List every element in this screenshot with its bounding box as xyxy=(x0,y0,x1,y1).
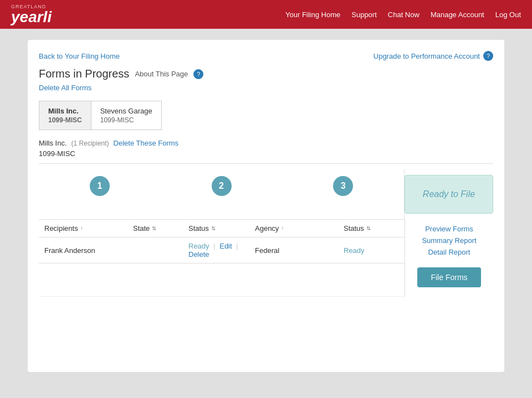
sort-recipients-icon: ↑ xyxy=(80,225,83,231)
delete-link[interactable]: Delete xyxy=(188,250,209,259)
sort-status-agency-icon: ⇅ xyxy=(366,225,371,231)
table-left: Recipients ↑ State ⇅ Status ⇅ Agency ↑ xyxy=(39,219,405,297)
status-state-cell: Ready | Edit | Delete xyxy=(188,242,255,259)
step-1-circle: 1 xyxy=(90,176,110,196)
tab-mills-form: 1099-MISC xyxy=(48,116,82,124)
upgrade-area: Upgrade to Performance Account ? xyxy=(374,51,493,61)
agency-cell: Federal xyxy=(255,246,344,255)
status-agency-cell: Ready xyxy=(344,246,399,255)
summary-report-link[interactable]: Summary Report xyxy=(422,236,476,245)
current-form-type: 1099-MISC xyxy=(39,149,493,158)
nav-log-out[interactable]: Log Out xyxy=(495,11,521,19)
nav-support[interactable]: Support xyxy=(351,11,377,19)
tab-stevens-form: 1099-MISC xyxy=(100,116,152,124)
header: GREATLAND yearli Your Filing Home Suppor… xyxy=(0,0,532,29)
step-1-area: 1 xyxy=(39,176,161,196)
steps-and-panel: 1 2 3 Ready to File xyxy=(39,169,493,219)
tab-mills-name: Mills Inc. xyxy=(48,107,82,115)
top-links-row: Back to Your Filing Home Upgrade to Perf… xyxy=(39,51,493,61)
delete-all-forms-link[interactable]: Delete All Forms xyxy=(39,84,493,92)
preview-forms-link[interactable]: Preview Forms xyxy=(425,225,473,233)
table-right-panel: Preview Forms Summary Report Detail Repo… xyxy=(405,219,493,297)
sort-agency-icon: ↑ xyxy=(281,225,284,231)
ready-to-file-box: Ready to File xyxy=(405,175,493,214)
col-header-status-state[interactable]: Status ⇅ xyxy=(188,224,255,232)
current-company-name: Mills Inc. xyxy=(39,139,67,147)
divider-1 xyxy=(39,163,493,164)
company-tab-mills[interactable]: Mills Inc. 1099-MISC xyxy=(39,101,91,130)
col-header-status-agency[interactable]: Status ⇅ xyxy=(344,224,399,232)
steps-area: 1 2 3 xyxy=(39,169,405,219)
step-2-area: 2 xyxy=(161,176,283,196)
content-card: Back to Your Filing Home Upgrade to Perf… xyxy=(28,40,504,372)
sort-status-state-icon: ⇅ xyxy=(211,225,216,231)
logo-name: yearli xyxy=(11,8,52,25)
recipient-count: (1 Recipient) xyxy=(71,139,109,147)
col-header-recipients[interactable]: Recipients ↑ xyxy=(44,224,133,232)
col-header-state[interactable]: State ⇅ xyxy=(133,224,188,232)
company-info-row: Mills Inc. (1 Recipient) Delete These Fo… xyxy=(39,139,493,147)
company-tabs: Mills Inc. 1099-MISC Stevens Garage 1099… xyxy=(39,101,493,130)
page-title-row: Forms in Progress About This Page ? xyxy=(39,68,493,80)
step-3-area: 3 xyxy=(282,176,404,196)
edit-link[interactable]: Edit xyxy=(219,242,232,250)
logo: GREATLAND yearli xyxy=(11,4,52,25)
steps-row: 1 2 3 xyxy=(39,169,404,205)
nav-manage-account[interactable]: Manage Account xyxy=(431,11,484,19)
recipient-name: Frank Anderson xyxy=(44,246,95,255)
main-wrapper: Back to Your Filing Home Upgrade to Perf… xyxy=(0,29,532,398)
nav-chat-now[interactable]: Chat Now xyxy=(388,11,420,19)
file-forms-button[interactable]: File Forms xyxy=(417,267,480,287)
empty-row xyxy=(39,263,405,297)
detail-report-link[interactable]: Detail Report xyxy=(428,248,470,256)
nav-filing-home[interactable]: Your Filing Home xyxy=(285,11,340,19)
about-this-page-link[interactable]: About This Page xyxy=(135,70,188,78)
page-title: Forms in Progress xyxy=(39,68,129,80)
upgrade-link[interactable]: Upgrade to Performance Account xyxy=(374,52,480,60)
main-table-area: Recipients ↑ State ⇅ Status ⇅ Agency ↑ xyxy=(39,219,493,297)
step-3-circle: 3 xyxy=(333,176,353,196)
col-header-agency[interactable]: Agency ↑ xyxy=(255,224,344,232)
right-panel-top: Ready to File xyxy=(405,169,493,219)
delete-these-forms-link[interactable]: Delete These Forms xyxy=(114,139,179,147)
back-to-filing-home-link[interactable]: Back to Your Filing Home xyxy=(39,52,120,60)
recipient-cell: Frank Anderson xyxy=(44,246,133,255)
company-tab-stevens[interactable]: Stevens Garage 1099-MISC xyxy=(91,101,162,130)
about-help-icon[interactable]: ? xyxy=(193,69,203,79)
status-state-ready: Ready xyxy=(188,242,209,250)
table-header: Recipients ↑ State ⇅ Status ⇅ Agency ↑ xyxy=(39,219,405,237)
ready-to-file-label: Ready to File xyxy=(423,189,475,199)
sort-state-icon: ⇅ xyxy=(152,225,156,231)
step-2-circle: 2 xyxy=(212,176,232,196)
tab-stevens-name: Stevens Garage xyxy=(100,107,152,115)
upgrade-help-icon[interactable]: ? xyxy=(483,51,493,61)
header-nav: Your Filing Home Support Chat Now Manage… xyxy=(285,11,521,19)
status-agency-ready: Ready xyxy=(344,246,365,255)
table-row: Frank Anderson Ready | Edit | Delete Fed… xyxy=(39,237,405,263)
